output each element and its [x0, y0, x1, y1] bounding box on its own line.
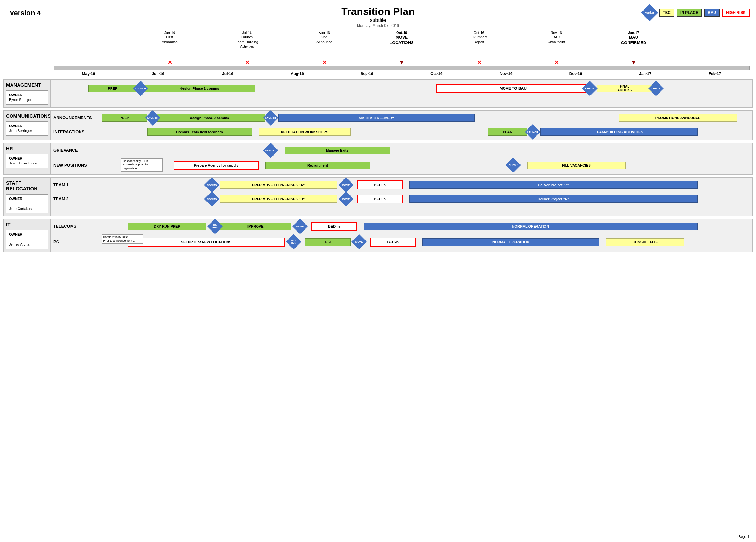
telecoms-improve-bar: IMPROVE	[220, 223, 292, 230]
newpositions-row: NEW POSITIONS Confidentiality RISK.At se…	[53, 159, 750, 173]
legend-tbc: TBC	[659, 9, 674, 17]
newpositions-recruitment-bar: Recruitment	[265, 162, 370, 169]
int-teambuilding-bar: TEAM-BUILDING ACTIVITIES	[540, 128, 698, 136]
version-label: Version 4	[10, 9, 41, 17]
pc-bedin-bar: BED-in	[370, 238, 416, 247]
management-check2-diamond: CHECK	[651, 83, 661, 94]
month-aug: Aug-16	[262, 72, 332, 76]
management-section: MANAGEMENT OWNER:Byron Stringer PREP LAU…	[3, 79, 753, 108]
communications-label: COMMUNICATIONS OWNER:John Berringer	[4, 111, 51, 140]
team1-label: TEAM 1	[53, 182, 95, 187]
it-owner: OWNERJeffrey Archa	[6, 230, 48, 249]
telecoms-move-diamond: MOVE	[295, 221, 305, 232]
team1-deliver-bar: Deliver Project "Z"	[409, 181, 698, 189]
newpositions-annotation: Confidentiality RISK.At sensitive point …	[121, 159, 163, 172]
timeline-bar-row: ✕ ✕ ✕ ▼ ✕ ✕ ▼	[6, 59, 750, 66]
tick-oct-hr: ✕	[440, 59, 518, 66]
staffrelocation-owner: OWNERJane Cortakus	[6, 194, 48, 213]
grievance-row: GRIEVANCE REPORT Manage Exits	[53, 144, 750, 157]
team1-row: TEAM 1 COMMS PREP MOVE TO PREMISES "A" M…	[53, 179, 750, 191]
telecoms-dryrunprep-bar: DRY RUN PREP	[128, 223, 206, 230]
pc-label: PC	[53, 240, 95, 244]
management-label: MANAGEMENT OWNER:Byron Stringer	[4, 80, 51, 107]
month-oct: Oct-16	[402, 72, 471, 76]
communications-content: ANNOUNCEMENTS PREP LAUNCH design Phase 2…	[51, 111, 752, 140]
team1-gantt: COMMS PREP MOVE TO PREMISES "A" MOVE BED…	[95, 179, 750, 191]
management-finalactions-bar: FINALACTIONS	[597, 85, 652, 92]
announcements-label: ANNOUNCEMENTS	[53, 115, 95, 120]
tick-jul: ✕	[208, 59, 286, 66]
management-gantt-row: PREP LAUNCH design Phase 2 comms MOVE TO…	[53, 81, 750, 96]
telecoms-label: TELECOMS	[53, 224, 95, 229]
ann-design-bar: design Phase 2 comms	[154, 114, 266, 122]
pc-normalop-bar: NORMAL OPERATION	[422, 238, 599, 246]
month-feb: Feb-17	[680, 72, 750, 76]
legend-inplace: IN PLACE	[677, 9, 702, 17]
milestone-nov-bau: Nov-16BAUCheckpoint	[518, 30, 595, 59]
management-design-bar: design Phase 2 comms	[144, 85, 255, 92]
team1-comms-diamond: COMMS	[206, 180, 217, 190]
ann-launch2-diamond: LAUNCH	[265, 112, 276, 123]
management-launch-diamond: LAUNCH	[135, 83, 146, 94]
int-commsfield-bar: Comms Team field feedback	[147, 128, 252, 136]
milestone-jun: Jun-16FirstAnnounce	[131, 30, 208, 59]
team2-prep-bar: PREP MOVE TO PREMISES "B"	[220, 195, 337, 203]
communications-section: COMMUNICATIONS OWNER:John Berringer ANNO…	[3, 110, 753, 140]
milestone-aug: Aug-162ndAnnounce	[286, 30, 363, 59]
newpositions-label: NEW POSITIONS	[53, 163, 95, 168]
team1-prep-bar: PREP MOVE TO PREMISES "A"	[220, 181, 337, 189]
hr-owner: OWNER:Jason Broadmore	[6, 154, 48, 168]
int-plan-bar: PLAN	[488, 128, 527, 136]
timeline-bar	[54, 66, 750, 70]
grievance-label: GRIEVANCE	[53, 148, 95, 153]
newpositions-fillvacancies-bar: FILL VACANCIES	[527, 162, 626, 169]
tick-nov: ✕	[518, 59, 595, 66]
month-sep: Sep-16	[332, 72, 402, 76]
milestone-oct-hr: Oct-16HR ImpactReport	[440, 30, 518, 59]
month-dec: Dec-16	[541, 72, 611, 76]
management-content: PREP LAUNCH design Phase 2 comms MOVE TO…	[51, 80, 752, 107]
staffrelocation-content: TEAM 1 COMMS PREP MOVE TO PREMISES "A" M…	[51, 178, 752, 216]
team1-bedin-bar: BED-in	[357, 181, 403, 190]
staffrelocation-section: STAFFRELOCATION OWNERJane Cortakus TEAM …	[3, 177, 753, 216]
it-content: TELECOMS DRY RUN PREP DRYRUN IMPROVE MOV…	[51, 219, 752, 252]
management-check1-diamond: CHECK	[584, 83, 595, 94]
it-section: IT OWNERJeffrey Archa TELECOMS DRY RUN P…	[3, 219, 753, 252]
legend: Marker TBC IN PLACE BAU HIGH RISK	[643, 6, 750, 20]
staffrelocation-label: STAFFRELOCATION OWNERJane Cortakus	[4, 178, 51, 216]
tick-oct-move: ▼	[363, 59, 440, 66]
page-number: Page 1	[737, 534, 750, 539]
hr-section: HR OWNER:Jason Broadmore GRIEVANCE REPOR…	[3, 143, 753, 175]
team2-row: TEAM 2 COMMS PREP MOVE TO PREMISES "B" M…	[53, 193, 750, 205]
legend-bau: BAU	[704, 9, 720, 17]
newpositions-prepare-bar: Prepare Agency for supply	[174, 161, 259, 170]
pc-row: PC Confidentiality RISK.Prior to announc…	[53, 235, 750, 250]
telecoms-bedin-bar: BED-in	[311, 222, 357, 231]
month-nov: Nov-16	[471, 72, 541, 76]
telecoms-gantt: DRY RUN PREP DRYRUN IMPROVE MOVE BED-in …	[95, 221, 750, 233]
newpositions-gantt: Confidentiality RISK.At sensitive point …	[95, 159, 750, 173]
pc-consolidate-bar: CONSOLIDATE	[606, 238, 684, 246]
telecoms-row: TELECOMS DRY RUN PREP DRYRUN IMPROVE MOV…	[53, 221, 750, 233]
grievance-report-diamond: REPORT	[265, 145, 276, 156]
management-owner: OWNER:Byron Stringer	[6, 90, 48, 105]
int-launch-diamond: LAUNCH	[527, 127, 538, 137]
int-relocation-bar: RELOCATION WORKSHOPS	[259, 128, 351, 136]
pc-test-bar: TEST	[305, 238, 351, 246]
interactions-gantt: Comms Team field feedback RELOCATION WOR…	[95, 126, 750, 138]
telecoms-dryrun-diamond: DRYRUN	[210, 221, 220, 232]
communications-owner: OWNER:John Berringer	[6, 121, 48, 136]
milestone-jan-bau: Jan-17BAUCONFIRMED	[595, 30, 672, 59]
ann-maintain-bar: MAINTAIN DELIVERY	[278, 114, 475, 122]
timeline-month-labels: May-16 Jun-16 Jul-16 Aug-16 Sep-16 Oct-1…	[6, 72, 750, 76]
management-movetobau-bar: MOVE TO BAU	[436, 84, 590, 93]
grievance-manage-bar: Manage Exits	[285, 147, 390, 154]
header: Version 4 Transition Plan subtitle Monda…	[0, 0, 756, 30]
legend-highrisk: HIGH RISK	[722, 9, 750, 17]
tick-jun: ✕	[131, 59, 208, 66]
hr-content: GRIEVANCE REPORT Manage Exits NEW POSITI…	[51, 143, 752, 174]
pc-dryrun-diamond: DRYRUN	[288, 236, 299, 247]
grievance-gantt: REPORT Manage Exits	[95, 144, 750, 157]
legend-marker: Marker	[643, 6, 657, 20]
team2-deliver-bar: Deliver Project "N"	[409, 195, 698, 203]
